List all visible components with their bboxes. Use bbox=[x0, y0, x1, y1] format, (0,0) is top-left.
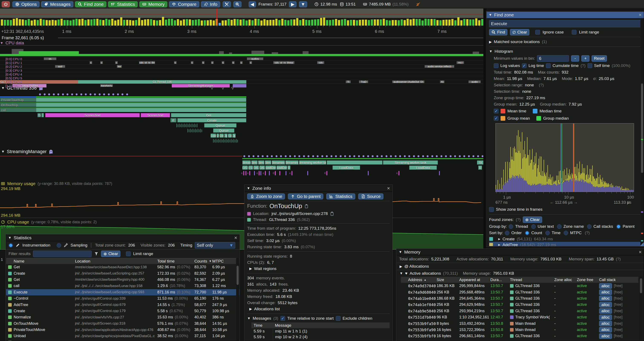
frame-dropdown-button[interactable]: ▼ bbox=[299, 1, 307, 7]
frame-bar[interactable] bbox=[93, 19, 96, 26]
alloc-button[interactable]: alloc bbox=[599, 327, 612, 332]
statistics-row[interactable]: AddTreejni/../jni/src/guif/Control.cpp:6… bbox=[6, 301, 239, 308]
frame-bar[interactable] bbox=[135, 20, 137, 26]
frame-bar[interactable] bbox=[275, 19, 278, 26]
frame-bar[interactable] bbox=[153, 20, 155, 26]
column-header-appeared-at[interactable]: Appeared at bbox=[459, 277, 480, 283]
cpu-task-box[interactable]: audio bbox=[468, 80, 481, 83]
free-link[interactable]: [free] bbox=[614, 327, 622, 332]
alloc-button[interactable]: alloc bbox=[599, 314, 612, 320]
frame-bar[interactable] bbox=[64, 20, 66, 26]
message-dot[interactable] bbox=[66, 93, 68, 95]
lock-mark[interactable] bbox=[259, 171, 260, 175]
message-dot[interactable] bbox=[44, 93, 46, 95]
cpu-task-box[interactable]: c bbox=[100, 61, 103, 64]
frame-bar[interactable] bbox=[344, 19, 346, 26]
frame-marker-row[interactable]: Frame 32,661 (6.05 s) bbox=[0, 35, 484, 41]
radio-zone-name[interactable] bbox=[557, 224, 562, 229]
glthread-zone[interactable]: Up bbox=[232, 134, 236, 138]
column-header-call-stack[interactable]: Call stack bbox=[599, 277, 616, 283]
frame-bar[interactable] bbox=[111, 19, 113, 26]
radio-call-stacks[interactable] bbox=[587, 224, 592, 229]
cpu-task-box[interactable]: kworker/u bbox=[100, 84, 113, 87]
message-dot[interactable] bbox=[257, 155, 259, 157]
statistics-row[interactable]: Normalizejni/../jni/src/claw/vfs/Vfs.cpp… bbox=[6, 314, 239, 320]
message-dot[interactable] bbox=[349, 155, 351, 157]
message-dot[interactable] bbox=[413, 155, 415, 157]
message-dot[interactable] bbox=[85, 93, 87, 95]
alloc-button[interactable]: alloc bbox=[599, 308, 612, 314]
find-zone-histogram[interactable] bbox=[496, 123, 634, 192]
glthread-zone[interactable]: Loi bbox=[220, 134, 224, 138]
frame-bar[interactable] bbox=[424, 19, 427, 26]
frame-bar[interactable] bbox=[195, 20, 197, 26]
allocation-row[interactable]: 0x7553b9fa9016 bytes153,722,396ns13:50.8… bbox=[401, 327, 644, 333]
frame-bar[interactable] bbox=[412, 19, 415, 26]
column-header-name[interactable]: Name bbox=[14, 258, 24, 264]
statistics-row[interactable]: Createjni/../jni/src/claw/base/LuaScript… bbox=[6, 270, 239, 276]
cpu-task-box[interactable]: cds_ol_rx_thr bbox=[139, 61, 155, 64]
frame-bar[interactable] bbox=[404, 20, 406, 26]
frame-bar[interactable] bbox=[40, 19, 42, 26]
column-header-location[interactable]: Location bbox=[75, 258, 90, 264]
close-icon[interactable]: × bbox=[639, 249, 642, 255]
frame-bar[interactable] bbox=[13, 19, 15, 26]
cpu-data-header[interactable]: ▼ CPU data bbox=[0, 41, 24, 46]
frame-bar[interactable] bbox=[269, 20, 272, 26]
next-frame-button[interactable]: ▶ bbox=[289, 1, 296, 7]
statistics-button[interactable]: Statistics bbox=[326, 193, 355, 199]
allocation-row[interactable]: 0x7531d7b04096 KB1:10 234,952,16112:40.7… bbox=[401, 314, 644, 320]
active-allocations-row[interactable]: ▼♥Active allocations(70,311)Memory usage… bbox=[396, 270, 644, 277]
alloc-button[interactable]: alloc bbox=[599, 283, 612, 289]
frame-bar[interactable] bbox=[120, 17, 122, 26]
frame-bar[interactable] bbox=[84, 20, 86, 26]
frame-bar[interactable] bbox=[371, 20, 373, 26]
frame-bar[interactable] bbox=[278, 20, 280, 26]
frame-bar[interactable] bbox=[284, 20, 286, 26]
streaming-zone[interactable]: LoU bbox=[259, 165, 265, 170]
statistics-row[interactable]: OnTouchMovejni/../jni/src/guif/Screen.cp… bbox=[6, 320, 239, 327]
sampling-radio[interactable] bbox=[57, 243, 61, 248]
message-dot[interactable] bbox=[477, 155, 479, 157]
message-dot[interactable] bbox=[71, 93, 73, 95]
frame-bar[interactable] bbox=[66, 20, 68, 26]
message-dot[interactable] bbox=[399, 155, 401, 157]
show-zone-time-checkbox[interactable] bbox=[489, 207, 494, 212]
frame-bar[interactable] bbox=[305, 20, 307, 26]
memory-title-bar[interactable]: ▼Memory× bbox=[396, 249, 644, 255]
statistics-row[interactable] bbox=[6, 339, 239, 341]
radio-thread[interactable] bbox=[509, 224, 513, 229]
message-dot[interactable] bbox=[459, 155, 461, 157]
streaming-zone[interactable]: Strea bbox=[265, 160, 271, 165]
frame-bar[interactable] bbox=[31, 21, 33, 26]
frame-bar[interactable] bbox=[350, 20, 352, 26]
message-dot[interactable] bbox=[454, 155, 456, 157]
streaming-zone[interactable]: U bbox=[478, 165, 482, 170]
frame-bar[interactable] bbox=[398, 20, 400, 26]
message-dot[interactable] bbox=[344, 155, 346, 157]
frame-bar[interactable] bbox=[302, 19, 304, 26]
zoom-to-zone-button[interactable]: Zoom to zone bbox=[247, 193, 285, 199]
allocations-list-row[interactable]: ▶Allocations list bbox=[247, 306, 390, 312]
frame-bar[interactable] bbox=[224, 20, 227, 26]
frame-bar[interactable] bbox=[99, 20, 102, 26]
toolbar-button-compare[interactable]: Compare bbox=[169, 1, 199, 7]
lock-mark[interactable] bbox=[398, 171, 399, 175]
statistics-row[interactable]: Unloadjni/../jni/src/claw/graphics/pixel… bbox=[6, 333, 239, 339]
filter-input[interactable] bbox=[33, 251, 92, 257]
frame-bar[interactable] bbox=[82, 19, 84, 26]
frame-bar[interactable] bbox=[123, 20, 125, 26]
frame-bar[interactable] bbox=[87, 20, 90, 26]
close-icon[interactable]: × bbox=[234, 235, 237, 240]
allocations-section-row[interactable]: ▶@ Allocations bbox=[396, 263, 644, 270]
frame-bar[interactable] bbox=[335, 19, 337, 26]
message-dot[interactable] bbox=[271, 155, 273, 157]
self-time-checkbox[interactable] bbox=[588, 63, 592, 68]
message-dot[interactable] bbox=[99, 93, 100, 95]
cpu-task-box[interactable]: os bbox=[44, 57, 56, 60]
frame-bar[interactable] bbox=[281, 19, 284, 26]
frame-bar[interactable] bbox=[16, 18, 18, 26]
message-dot[interactable] bbox=[463, 155, 465, 157]
column-header-size[interactable]: Size bbox=[437, 277, 444, 283]
frame-bar[interactable] bbox=[481, 19, 483, 26]
